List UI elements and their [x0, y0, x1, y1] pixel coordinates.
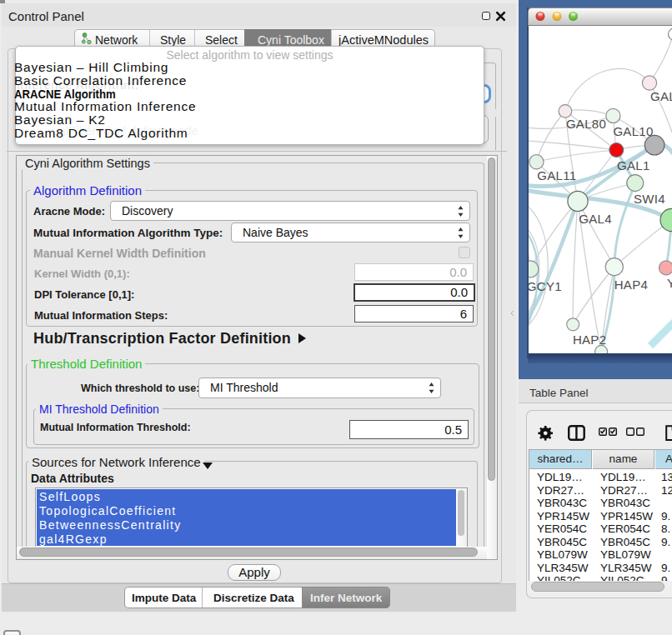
svg-text:GAL4: GAL4	[579, 212, 612, 226]
svg-text:HAP2: HAP2	[573, 332, 606, 347]
svg-text:GAL1: GAL1	[617, 158, 650, 172]
svg-text:SWI4: SWI4	[634, 192, 665, 206]
svg-text:GAL80: GAL80	[566, 117, 606, 131]
svg-text:HAP4: HAP4	[614, 278, 648, 292]
svg-text:GCY1: GCY1	[529, 279, 562, 293]
svg-text:GAL11: GAL11	[537, 168, 576, 182]
svg-text:GAL7: GAL7	[650, 89, 672, 103]
svg-text:YG: YG	[667, 276, 672, 290]
svg-text:GAL10: GAL10	[613, 124, 653, 138]
